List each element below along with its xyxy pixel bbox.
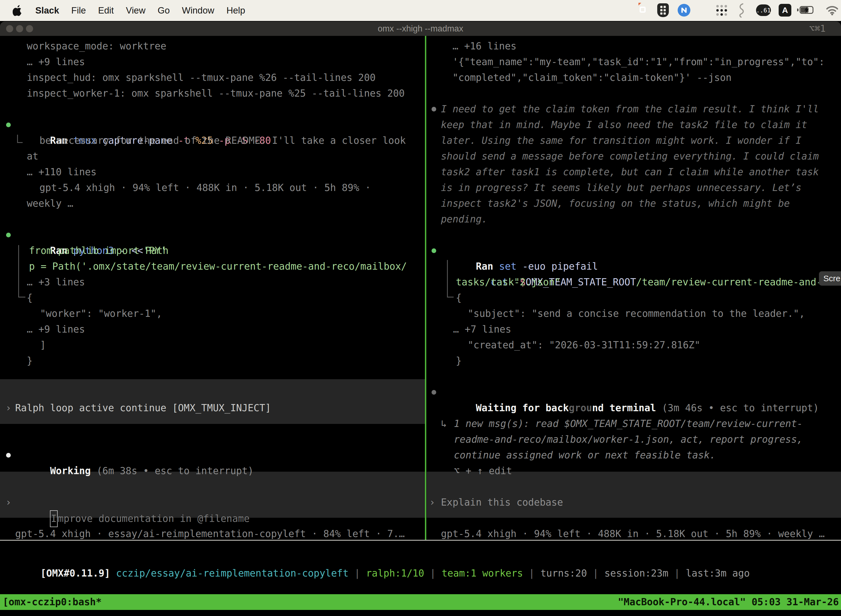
thinking-line: inspect task2's JSON, focusing on the st…: [441, 196, 790, 211]
tmux-status-bar[interactable]: [omx-cczip0:bash* "MacBook-Pro-44.local"…: [0, 594, 841, 610]
thinking-line: I need to get the claim token from the c…: [441, 101, 819, 117]
right-pane-status: gpt-5.4 xhigh · 94% left · 488K in · 5.1…: [441, 526, 825, 542]
mailbox-arrow: ↳: [441, 416, 447, 432]
inject-message: Ralph loop active continue [OMX_TMUX_INJ…: [15, 400, 271, 416]
bullet-icon: [6, 453, 11, 458]
omx-team-count: team:1 workers: [441, 568, 529, 579]
mailbox-message-line: 1 new msg(s): read $OMX_TEAM_STATE_ROOT/…: [454, 416, 803, 432]
left-pane-status: gpt-5.4 xhigh · essay/ai-reimplementatio…: [15, 526, 405, 542]
terminal-line: "created_at": "2026-03-31T11:59:27.816Z": [468, 337, 700, 353]
menu-item-help[interactable]: Help: [227, 5, 245, 16]
menu-item-window[interactable]: Window: [182, 5, 214, 16]
output-corner-line: [17, 135, 23, 143]
menu-item-slack[interactable]: Slack: [35, 5, 59, 16]
terminal-window: omx --xhigh --madmax ⌥⌘1 workspace_mode:…: [0, 22, 841, 616]
terminal-line: }: [27, 353, 32, 369]
screen-tooltip: Scre: [819, 271, 841, 286]
working-status: Working (6m 38s • esc to interrupt): [15, 447, 253, 494]
terminal-line: "subject": "send a concise recommendatio…: [468, 306, 805, 321]
terminal-line: workspace_mode: worktree: [27, 38, 166, 54]
thinking-line: later. Using the same for transition mig…: [441, 133, 801, 148]
terminal-line: weekly …: [27, 196, 73, 211]
prompt-char: ›: [429, 494, 435, 510]
window-titlebar[interactable]: omx --xhigh --madmax ⌥⌘1: [0, 22, 841, 36]
thinking-line: keep that in mind. Maybe I also need the…: [441, 117, 807, 133]
bullet-icon: [432, 390, 436, 395]
thinking-line: is in progress? It seems likely but perh…: [441, 180, 801, 196]
terminal-line: be necessary for the end of the README. …: [40, 133, 406, 148]
bullet-icon: [432, 248, 436, 253]
terminal-line: at: [27, 148, 38, 164]
terminal-line: {: [456, 290, 462, 306]
terminal-content[interactable]: workspace_mode: worktree … +9 lines insp…: [0, 36, 841, 616]
squiggle-icon[interactable]: [737, 3, 746, 21]
shield-grid-icon[interactable]: [657, 3, 669, 17]
omx-turns: turns:20: [541, 568, 593, 579]
bullet-icon: [6, 123, 11, 127]
waiting-label: Waiting for back: [476, 402, 568, 414]
tmux-session-name: [omx-cczip0:bash*: [3, 594, 101, 610]
omx-session-time: session:23m: [604, 568, 674, 579]
menu-item-view[interactable]: View: [126, 5, 145, 16]
window-shortcut-hint: ⌥⌘1: [809, 22, 826, 36]
mailbox-message-line: continue assigned work or next feasible …: [454, 447, 715, 463]
prompt-char: ›: [6, 400, 11, 416]
output-rail-line: [18, 245, 25, 298]
code-line: tasks/task-2.json": [456, 274, 560, 290]
tmux-host-clock: "MacBook-Pro-44.local" 05:03 31-Mar-26: [618, 594, 839, 610]
menu-item-edit[interactable]: Edit: [98, 5, 114, 16]
input-source-icon[interactable]: A: [779, 4, 791, 16]
wifi-icon[interactable]: [826, 5, 839, 18]
omx-repo: cczip/essay/ai-reimplementation-copyleft: [110, 568, 354, 579]
omx-ralph-count: ralph:1/10: [366, 568, 430, 579]
prompt-char: ›: [6, 494, 11, 510]
thinking-line: pending.: [441, 211, 488, 227]
thinking-line: should send a message before completing …: [441, 148, 819, 164]
terminal-line: {: [27, 290, 32, 306]
terminal-line: "completed","claim_token":"claim-token"}…: [453, 70, 731, 85]
thinking-line: task2 after task1 is complete, but can I…: [441, 164, 819, 180]
terminal-line: … +7 lines: [453, 321, 511, 337]
prompt-input-right[interactable]: Explain this codebase: [441, 494, 563, 510]
edit-hint: ⌥ + ↑ edit: [454, 463, 512, 479]
terminal-line: gpt-5.4 xhigh · 94% left · 488K in · 5.1…: [40, 180, 371, 196]
terminal-line: … +16 lines: [453, 38, 517, 54]
bullet-icon: [432, 107, 436, 111]
terminal-line: … +9 lines: [27, 321, 85, 337]
terminal-line: }: [456, 353, 462, 369]
bullet-icon: [6, 233, 11, 238]
mailbox-message-line: readme-and-reco/mailbox/worker-1.json, a…: [454, 432, 803, 447]
terminal-line: … +110 lines: [27, 164, 97, 180]
terminal-line: … +3 lines: [27, 274, 85, 290]
menu-item-file[interactable]: File: [71, 5, 86, 16]
omx-status-bar: [OMX#0.11.9] cczip/essay/ai-reimplementa…: [6, 550, 750, 597]
pane-divider[interactable]: [425, 36, 426, 541]
code-line: p = Path('.omx/state/team/review-current…: [29, 259, 407, 274]
window-title: omx --xhigh --madmax: [0, 22, 841, 36]
terminal-line: "worker": "worker-1",: [40, 306, 162, 321]
terminal-line: inspect_worker-1: omx sparkshell --tmux-…: [27, 85, 405, 101]
omx-version: [OMX#0.11.9]: [40, 568, 110, 579]
menu-bar: Slack File Edit View Go Window Help ..61…: [0, 0, 841, 21]
blue-badge-icon[interactable]: [678, 4, 690, 16]
code-line: from pathlib import Path: [29, 243, 168, 259]
text-cursor: I: [50, 510, 57, 527]
omx-last-activity: last:3m ago: [686, 568, 750, 579]
terminal-line: '{"team_name":"my-team","task_id":"1","f…: [453, 54, 825, 70]
output-rail-line: [447, 260, 454, 298]
terminal-line: ]: [40, 337, 46, 353]
dots-grid-icon[interactable]: [715, 4, 728, 16]
count-badge-icon[interactable]: ..61: [756, 4, 771, 16]
terminal-line: inspect_hud: omx sparkshell --tmux-pane …: [27, 70, 375, 85]
apple-logo-icon[interactable]: [13, 5, 23, 16]
menu-item-go[interactable]: Go: [158, 5, 170, 16]
terminal-line: … +9 lines: [27, 54, 85, 70]
working-label: Working: [50, 465, 97, 476]
